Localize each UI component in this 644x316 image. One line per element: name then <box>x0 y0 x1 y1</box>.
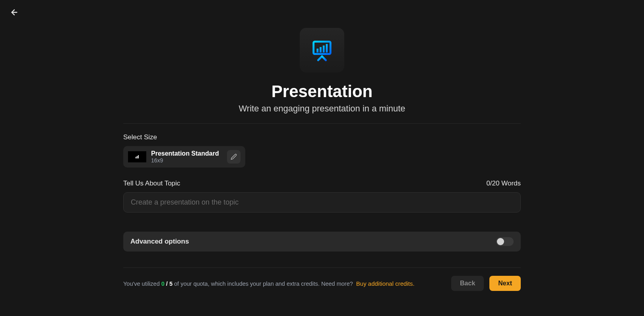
svg-rect-2 <box>316 49 318 53</box>
svg-rect-3 <box>320 47 322 53</box>
arrow-left-icon <box>10 8 19 17</box>
size-thumbnail <box>128 151 146 162</box>
size-ratio: 16x9 <box>151 157 219 164</box>
next-button[interactable]: Next <box>489 276 521 291</box>
quota-used: 0 <box>161 281 165 287</box>
slide-thumb-icon <box>135 155 140 159</box>
advanced-options-label: Advanced options <box>130 238 189 246</box>
back-button[interactable]: Back <box>451 276 484 291</box>
back-arrow-button[interactable] <box>10 8 19 18</box>
hero-section: Presentation Write an engaging presentat… <box>123 28 521 124</box>
topic-header-row: Tell Us About Topic 0/20 Words <box>123 179 521 187</box>
nav-buttons: Back Next <box>451 276 521 291</box>
quota-prefix: You've utilized <box>123 281 161 287</box>
edit-size-button[interactable] <box>227 150 241 164</box>
quota-slash: / <box>165 281 169 287</box>
presentation-icon <box>310 38 334 62</box>
quota-total: 5 <box>169 281 173 287</box>
svg-rect-1 <box>314 42 331 54</box>
size-info: Presentation Standard 16x9 <box>151 150 219 164</box>
svg-line-8 <box>322 57 326 60</box>
size-section-label: Select Size <box>123 133 521 141</box>
buy-credits-link[interactable]: Buy additional credits. <box>356 280 415 287</box>
svg-rect-10 <box>137 156 138 158</box>
svg-rect-5 <box>326 44 328 53</box>
main-container: Presentation Write an engaging presentat… <box>123 0 521 291</box>
footer-row: You've utilized 0 / 5 of your quota, whi… <box>123 267 521 291</box>
page-subtitle: Write an engaging presentation in a minu… <box>123 103 521 114</box>
svg-rect-4 <box>323 45 325 52</box>
size-card: Presentation Standard 16x9 <box>123 146 245 168</box>
word-count: 0/20 Words <box>486 179 521 187</box>
toggle-knob <box>497 238 504 245</box>
svg-rect-9 <box>136 157 136 158</box>
quota-suffix: of your quota, which includes your plan … <box>173 281 355 287</box>
advanced-options-toggle[interactable] <box>496 237 514 246</box>
hero-icon-box <box>300 28 344 72</box>
page-title: Presentation <box>123 82 521 101</box>
quota-text: You've utilized 0 / 5 of your quota, whi… <box>123 280 415 287</box>
topic-input[interactable] <box>123 192 521 213</box>
svg-rect-11 <box>138 155 139 158</box>
topic-section-label: Tell Us About Topic <box>123 179 180 187</box>
advanced-options-row: Advanced options <box>123 232 521 252</box>
pencil-icon <box>231 154 237 160</box>
size-name: Presentation Standard <box>151 150 219 157</box>
